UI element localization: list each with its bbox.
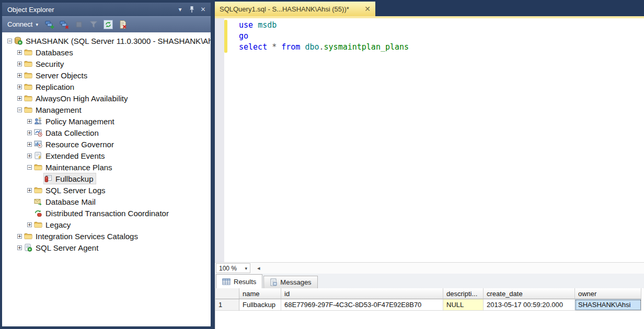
folder-icon [24,60,32,68]
tree-item-resource-governor[interactable]: +Resource Governor [2,138,211,150]
code-line-3: select * from dbo.sysmaintplan_plans [239,42,409,53]
document-tab-sqlquery1[interactable]: SQLQuery1.sql - S...HASHANK\Ahsi (55))* … [215,2,375,16]
grid-cell-id[interactable]: 68E77969-297F-4C3C-8D53-0F47E92E8B70 [281,299,443,311]
refresh-button[interactable] [102,19,115,31]
column-header-id[interactable]: id [281,288,443,299]
grid-cell-create-date[interactable]: 2013-05-17 00:59:20.000 [484,299,575,311]
close-icon[interactable]: ✕ [199,5,208,14]
tree-item-databases[interactable]: +Databases [2,46,211,58]
results-tab-messages[interactable]: Messages [263,276,317,288]
token-system: dbo [305,42,319,52]
tree-item-label: Legacy [45,220,71,229]
tree-item-content: Data Collection [34,127,101,138]
expand-toggle-icon[interactable]: + [27,188,32,193]
tree-item-extended-events[interactable]: +Extended Events [2,150,211,161]
tree-item-label: Integration Services Catalogs [35,232,138,241]
tree-item-content: Databases [24,47,75,57]
expand-toggle-icon[interactable]: + [27,154,32,158]
object-explorer-title: Object Explorer [7,6,54,14]
tree-item-label: Data Collection [45,128,99,137]
expand-toggle-icon[interactable]: + [27,142,32,147]
object-explorer-panel: Object Explorer ▾✕ Connect ▾ −SHASHANK (… [2,3,211,326]
expand-toggle-icon[interactable]: + [17,73,22,78]
tree-item-content: SQL Server Agent [24,242,100,253]
expand-toggle-icon[interactable]: + [27,119,32,124]
object-explorer-titlebar: Object Explorer ▾✕ [2,3,211,16]
tree-item-integration-services-catalogs[interactable]: +Integration Services Catalogs [2,230,211,242]
tree-item-content: SHASHANK (SQL Server 11.0.3000 - SHASHAN… [14,36,211,46]
tree-item-management[interactable]: −Management [2,104,211,115]
row-header-cell[interactable]: 1 [215,299,239,311]
dtc-icon [34,209,42,217]
expand-toggle-icon[interactable]: + [17,62,22,66]
expand-toggle-icon[interactable]: + [17,245,22,250]
tree-item-label: Management [35,105,82,114]
code-editor[interactable]: use msdbgoselect * from dbo.sysmaintplan… [215,18,644,262]
window-position-icon[interactable]: ▾ [176,5,185,14]
hscroll-left-arrow-icon[interactable]: ◂ [257,265,260,272]
results-tab-results[interactable]: Results [216,274,262,288]
zoom-dropdown[interactable]: 100 % ▾ [216,263,250,273]
expand-toggle-icon[interactable]: + [17,85,22,89]
column-header-create-date[interactable]: create_date [484,288,575,299]
column-header-owner[interactable]: owner [575,288,641,299]
column-header-descripti[interactable]: descripti... [443,288,484,299]
ssms-window: { "object_explorer": { "title": "Object … [0,0,644,329]
zoom-value: 100 % [219,265,237,272]
tree-item-label: Database Mail [45,197,96,206]
tree-item-data-collection[interactable]: +Data Collection [2,127,211,138]
close-icon[interactable]: ✕ [364,5,371,13]
tree-item-security[interactable]: +Security [2,58,211,69]
token-keyword: go [239,31,248,41]
column-header-row-selector[interactable] [215,288,239,299]
expand-toggle-icon[interactable]: + [17,234,22,239]
tree-item-maintenance-plans[interactable]: −Maintenance Plans [2,161,211,173]
tree-item-server-objects[interactable]: +Server Objects [2,69,211,81]
sql-code: use msdbgoselect * from dbo.sysmaintplan… [239,20,409,53]
tree-item-sql-server-agent[interactable]: +SQL Server Agent [2,242,211,253]
tree-item-label: Server Objects [35,71,87,80]
tree-item-distributed-transaction-coordinator[interactable]: Distributed Transaction Coordinator [2,207,211,219]
connect-button[interactable]: Connect ▾ [5,19,42,30]
disconnect-server-button[interactable] [58,19,71,31]
expand-toggle-icon[interactable]: + [27,222,32,227]
folder-icon [24,71,32,79]
grid-header-row: nameiddescripti...create_dateowner [215,288,644,299]
track-changes-bar [224,20,227,53]
token-keyword: use [239,20,253,30]
tree-item-legacy[interactable]: +Legacy [2,219,211,230]
tree-item-replication[interactable]: +Replication [2,81,211,92]
script-error-button[interactable] [117,19,130,31]
grid-cell-descripti[interactable]: NULL [443,299,484,311]
tree-item-content: Server Objects [24,70,89,80]
tree-item-label: SQL Server Logs [45,186,106,195]
expand-toggle-icon[interactable]: + [17,96,22,101]
tree-item-policy-management[interactable]: +Policy Management [2,115,211,127]
expand-toggle-icon[interactable]: + [17,50,22,55]
grid-cell-name[interactable]: Fullbackup [239,299,281,311]
pin-icon[interactable] [187,5,196,14]
tree-item-shashank-sql-server-11-0-3000-shashank-ahsi[interactable]: −SHASHANK (SQL Server 11.0.3000 - SHASHA… [2,35,211,46]
connect-server-button[interactable] [43,19,56,31]
expand-toggle-icon[interactable]: + [27,131,32,135]
tree-item-fullbackup[interactable]: Fullbackup [2,173,211,184]
toolbar-icon-buttons [43,19,130,31]
collapse-toggle-icon[interactable]: − [7,39,12,43]
code-line-2: go [239,31,409,42]
chevron-down-icon: ▾ [245,266,247,271]
tree-item-alwayson-high-availability[interactable]: +AlwaysOn High Availability [2,92,211,104]
tree-item-sql-server-logs[interactable]: +SQL Server Logs [2,184,211,196]
collapse-toggle-icon[interactable]: − [17,108,22,112]
token-plain [277,42,281,52]
folder-icon [24,83,32,91]
tree-item-content: Resource Governor [34,139,116,149]
grid-cell-owner[interactable]: SHASHANK\Ahsi [575,299,641,311]
tree-item-database-mail[interactable]: Database Mail [2,196,211,207]
collapse-toggle-icon[interactable]: − [27,165,32,170]
tree-item-content: SQL Server Logs [34,185,108,195]
results-tab-label: Results [234,278,256,286]
results-grid: nameiddescripti...create_dateowner 1Full… [215,288,644,329]
results-grid-icon [222,278,231,286]
column-header-name[interactable]: name [239,288,281,299]
code-line-1: use msdb [239,20,409,31]
